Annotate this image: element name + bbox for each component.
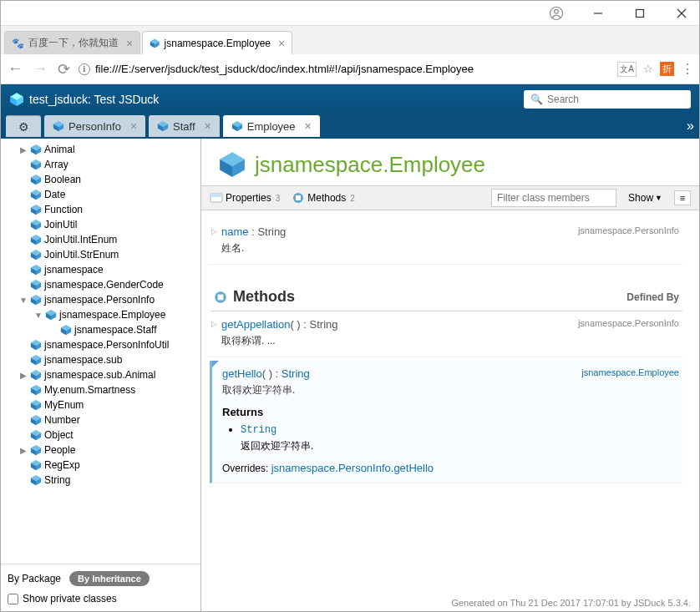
method-row-expanded[interactable]: jsnamespace.Employee getHello( ) : Strin… [210,361,682,483]
member-type: String [257,225,286,238]
count-badge: 2 [350,194,355,203]
tree-item[interactable]: Object [1,427,200,443]
tree-item[interactable]: JoinUtil.StrEnum [1,247,200,262]
tree-arrow-icon[interactable] [19,446,28,455]
overflow-icon[interactable]: » [687,119,694,134]
tree-arrow-icon[interactable] [19,145,28,154]
tree-item[interactable]: RegExp [1,458,200,473]
defined-in[interactable]: jsnamespace.PersonInfo [578,318,679,328]
back-button[interactable]: ← [6,58,24,79]
tab-employee[interactable]: Employee × [223,115,320,137]
tab-close-icon[interactable]: × [278,37,285,50]
tree-label: Function [44,204,83,215]
browser-tabstrip: 🐾 百度一下，你就知道 × jsnamespace.Employee × [1,26,699,54]
expand-icon[interactable]: ▷ [211,320,217,328]
tree-item[interactable]: Date [1,187,200,202]
property-row[interactable]: ▷ jsnamespace.PersonInfo name : String 姓… [210,219,682,265]
filter-input[interactable] [491,189,616,207]
cube-icon [30,294,42,306]
cube-icon [30,369,42,381]
return-type-link[interactable]: String [241,424,276,436]
tree-item[interactable]: jsnamespace.sub [1,352,200,367]
member-name[interactable]: name [221,225,249,238]
search-field[interactable] [547,94,684,105]
by-package-label[interactable]: By Package [8,573,61,584]
tree-arrow-icon[interactable] [34,311,43,320]
tree-item[interactable]: Array [1,157,200,172]
forward-button[interactable]: → [31,58,49,79]
return-type[interactable]: String [282,367,310,380]
tree-item[interactable]: My.enum.Smartness [1,382,200,397]
settings-tab[interactable]: ⚙ [6,115,41,137]
tab-staff[interactable]: Staff × [149,115,220,137]
tree-item[interactable]: jsnamespace.Staff [1,322,200,337]
cube-icon [60,324,72,336]
star-icon[interactable]: ☆ [643,63,653,75]
tab-close-icon[interactable]: × [305,119,312,133]
defined-in[interactable]: jsnamespace.Employee [581,367,679,377]
tree-item[interactable]: MyEnum [1,397,200,412]
translate-icon[interactable]: 文A [617,62,637,77]
menu-icon[interactable]: ⋮ [681,61,694,77]
site-info-icon[interactable]: i [79,63,90,75]
class-tree[interactable]: AnimalArrayBooleanDateFunctionJoinUtilJo… [1,139,200,564]
url-input[interactable]: i file:///E:/server/jsduck/test_jsduck/d… [79,63,611,75]
member-name[interactable]: getAppellation [221,318,290,331]
tree-item[interactable]: jsnamespace.PersonInfo [1,292,200,307]
member-name[interactable]: getHello [222,367,262,380]
tree-item[interactable]: JoinUtil [1,217,200,232]
sig: ( ) : [262,367,282,380]
by-inheritance-button[interactable]: By Inheritance [69,571,150,586]
tree-item[interactable]: People [1,443,200,458]
tab-close-icon[interactable]: × [130,119,137,133]
defined-in[interactable]: jsnamespace.PersonInfo [578,225,679,235]
properties-filter[interactable]: Properties 3 [210,191,280,205]
sig: ( ) : [290,318,309,331]
tree-item[interactable]: jsnamespace.GenderCode [1,277,200,292]
method-row[interactable]: ▷ jsnamespace.PersonInfo getAppellation(… [210,311,682,357]
tree-item[interactable]: Boolean [1,172,200,187]
tab-close-icon[interactable]: × [205,119,211,133]
browser-tab-active[interactable]: jsnamespace.Employee × [142,31,292,54]
tree-label: jsnamespace.sub [44,354,122,366]
show-private-checkbox[interactable]: Show private classes [8,593,194,604]
tree-item[interactable]: Animal [1,142,200,157]
browser-tab[interactable]: 🐾 百度一下，你就知道 × [4,31,140,54]
minimize-button[interactable] [585,3,611,23]
tree-item[interactable]: jsnamespace.sub.Animal [1,367,200,382]
tree-label: jsnamespace.PersonInfo [44,294,155,306]
tree-arrow-icon[interactable] [19,296,28,305]
tree-item[interactable]: jsnamespace.Employee [1,307,200,322]
methods-filter[interactable]: Methods 2 [292,191,355,205]
reload-button[interactable]: ⟳ [56,58,72,80]
svg-point-5 [555,9,559,13]
sep: : [249,225,258,238]
tree-item[interactable]: Number [1,412,200,427]
tree-item[interactable]: String [1,473,200,488]
account-icon[interactable] [543,3,570,23]
overrides-link[interactable]: jsnamespace.PersonInfo.getHello [271,462,434,474]
gear-icon: ⚙ [18,120,29,134]
cube-icon [30,429,42,441]
maximize-button[interactable] [626,3,653,23]
members-panel[interactable]: ▷ jsnamespace.PersonInfo name : String 姓… [201,210,699,594]
cube-icon [45,309,57,321]
tab-close-icon[interactable]: × [126,37,133,50]
show-dropdown[interactable]: Show ▼ [628,192,662,204]
tree-label: jsnamespace [44,264,104,276]
tree-item[interactable]: JoinUtil.IntEnum [1,232,200,247]
search-input[interactable]: 🔍 [524,90,691,109]
tree-item[interactable]: Function [1,202,200,217]
tab-personinfo[interactable]: PersonInfo × [44,115,145,137]
tree-label: Object [44,429,74,441]
checkbox[interactable] [8,594,18,604]
expand-icon[interactable]: ▷ [211,227,217,235]
tree-item[interactable]: jsnamespace.PersonInfoUtil [1,337,200,352]
close-button[interactable] [668,3,695,23]
tree-item[interactable]: jsnamespace [1,262,200,277]
expand-all-button[interactable]: ≡ [674,190,691,205]
tree-arrow-icon[interactable] [19,371,28,380]
tree-label: jsnamespace.PersonInfoUtil [44,339,169,351]
extension-badge[interactable]: 折 [660,62,674,76]
cube-icon [30,474,42,486]
